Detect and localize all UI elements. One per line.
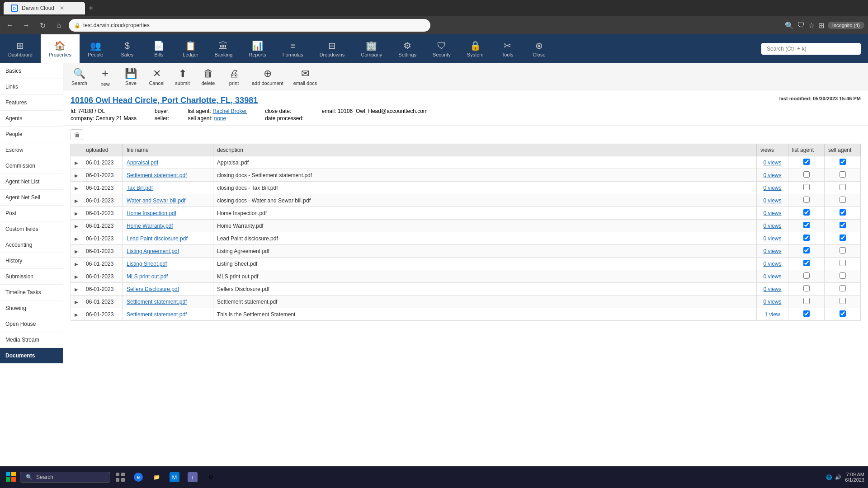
views-link-8[interactable]: 0 views	[763, 261, 781, 267]
reload-button[interactable]: ↻	[36, 19, 49, 32]
views-link-7[interactable]: 0 views	[763, 248, 781, 254]
sell-agent-check-6[interactable]	[840, 235, 846, 241]
cell-sellagent-3[interactable]	[825, 194, 861, 207]
cell-listagent-8[interactable]	[788, 258, 825, 270]
property-title[interactable]: 10106 Owl Head Circle, Port Charlotte, F…	[71, 96, 258, 105]
nav-search-input[interactable]	[761, 43, 861, 55]
cell-sellagent-7[interactable]	[825, 245, 861, 258]
incognito-badge[interactable]: Incognito (4)	[828, 22, 864, 29]
nav-item-dropdowns[interactable]: ⊟ Dropdowns	[311, 34, 353, 63]
shield-icon[interactable]: 🛡	[797, 21, 805, 29]
list-agent-check-1[interactable]	[803, 171, 810, 178]
taskbar-browser-icon[interactable]: e	[130, 469, 146, 485]
row-expand-8[interactable]: ▶	[75, 262, 78, 267]
cell-listagent-3[interactable]	[788, 194, 825, 207]
list-agent-check-10[interactable]	[803, 285, 810, 291]
row-expand-7[interactable]: ▶	[75, 249, 78, 254]
sidebar-item-commission[interactable]: Commission	[0, 158, 63, 174]
row-expand-10[interactable]: ▶	[75, 287, 78, 292]
file-link-2[interactable]: Tax Bill.pdf	[127, 185, 153, 191]
cell-sellagent-0[interactable]	[825, 156, 861, 169]
save-button[interactable]: 💾 Save	[118, 65, 143, 89]
sell-agent-check-3[interactable]	[840, 197, 846, 203]
nav-item-settings[interactable]: ⚙ Settings	[390, 34, 425, 63]
taskbar-app2[interactable]: T	[184, 469, 201, 485]
delete-button[interactable]: 🗑 delete	[196, 65, 221, 89]
sidebar-item-accounting[interactable]: Accounting	[0, 237, 63, 253]
file-link-5[interactable]: Home Warranty.pdf	[127, 223, 173, 229]
views-link-9[interactable]: 0 views	[763, 273, 781, 280]
views-link-2[interactable]: 0 views	[763, 185, 781, 191]
nav-item-properties[interactable]: 🏠 Properties	[41, 34, 80, 63]
row-expand-1[interactable]: ▶	[75, 173, 78, 178]
taskbar-task-view[interactable]	[112, 469, 128, 485]
row-expand-5[interactable]: ▶	[75, 224, 78, 229]
sell-agent-check-1[interactable]	[840, 171, 846, 178]
cell-listagent-0[interactable]	[788, 156, 825, 169]
taskbar-app1[interactable]: M	[166, 469, 183, 485]
sell-agent-link[interactable]: none	[214, 115, 226, 122]
file-link-12[interactable]: Settlement statement.pdf	[127, 311, 187, 318]
sidebar-item-submission[interactable]: Submission	[0, 269, 63, 285]
taskbar-file-explorer[interactable]: 📁	[148, 469, 165, 485]
cell-sellagent-2[interactable]	[825, 182, 861, 194]
nav-item-system[interactable]: 🔒 System	[459, 34, 492, 63]
star-icon[interactable]: ☆	[808, 21, 815, 30]
sidebar-item-open-house[interactable]: Open House	[0, 316, 63, 332]
sell-agent-check-9[interactable]	[840, 272, 846, 279]
list-agent-check-6[interactable]	[803, 235, 810, 241]
sell-agent-check-10[interactable]	[840, 285, 846, 291]
sell-agent-check-12[interactable]	[840, 310, 846, 317]
file-link-1[interactable]: Settlement statement.pdf	[127, 172, 187, 178]
list-agent-check-0[interactable]	[803, 159, 810, 165]
file-link-6[interactable]: Lead Paint disclosure.pdf	[127, 235, 188, 242]
add-document-button[interactable]: ⊕ add document	[247, 65, 288, 89]
nav-item-company[interactable]: 🏢 Company	[353, 34, 390, 63]
sidebar-item-media-stream[interactable]: Media Stream	[0, 332, 63, 348]
nav-item-dashboard[interactable]: ⊞ Dashboard	[0, 34, 41, 63]
sidebar-item-links[interactable]: Links	[0, 79, 63, 95]
cell-listagent-10[interactable]	[788, 283, 825, 296]
list-agent-check-9[interactable]	[803, 272, 810, 279]
file-link-0[interactable]: Appraisal.pdf	[127, 160, 158, 166]
sidebar-item-timeline-tasks[interactable]: Timeline Tasks	[0, 285, 63, 300]
cell-listagent-12[interactable]	[788, 308, 825, 321]
profile-icon[interactable]: ⊞	[818, 21, 824, 30]
views-link-0[interactable]: 0 views	[763, 160, 781, 166]
cell-listagent-2[interactable]	[788, 182, 825, 194]
sidebar-item-documents[interactable]: Documents	[0, 348, 63, 364]
sidebar-item-post[interactable]: Post	[0, 206, 63, 221]
list-agent-check-11[interactable]	[803, 298, 810, 304]
back-button[interactable]: ←	[4, 19, 16, 32]
file-link-10[interactable]: Sellers Disclosure.pdf	[127, 286, 179, 292]
file-link-11[interactable]: Settlement statement.pdf	[127, 299, 187, 305]
list-agent-check-2[interactable]	[803, 184, 810, 190]
nav-item-people[interactable]: 👥 People	[80, 34, 111, 63]
row-expand-9[interactable]: ▶	[75, 274, 78, 279]
browser-tab-active[interactable]: D Darwin Cloud ✕	[4, 2, 85, 14]
sell-agent-check-8[interactable]	[840, 260, 846, 266]
row-expand-4[interactable]: ▶	[75, 211, 78, 216]
sidebar-item-custom-fields[interactable]: Custom fields	[0, 221, 63, 237]
sidebar-item-escrow[interactable]: Escrow	[0, 142, 63, 158]
sidebar-item-people[interactable]: People	[0, 127, 63, 142]
row-expand-0[interactable]: ▶	[75, 160, 78, 165]
file-link-9[interactable]: MLS print out.pdf	[127, 273, 168, 280]
file-link-4[interactable]: Home Inspection.pdf	[127, 210, 176, 216]
taskbar-search[interactable]: 🔍 Search	[20, 472, 110, 483]
nav-item-ledger[interactable]: 📋 Ledger	[175, 34, 206, 63]
nav-item-bills[interactable]: 📄 Bills	[143, 34, 175, 63]
nav-item-reports[interactable]: 📊 Reports	[241, 34, 274, 63]
sell-agent-check-0[interactable]	[840, 159, 846, 165]
views-link-5[interactable]: 0 views	[763, 223, 781, 229]
cell-sellagent-9[interactable]	[825, 270, 861, 283]
new-tab-button[interactable]: +	[89, 4, 94, 13]
views-link-6[interactable]: 0 views	[763, 235, 781, 242]
forward-button[interactable]: →	[20, 19, 33, 32]
sell-agent-check-4[interactable]	[840, 209, 846, 216]
list-agent-check-4[interactable]	[803, 209, 810, 216]
search-button[interactable]: 🔍 Search	[67, 65, 92, 89]
file-link-3[interactable]: Water and Sewar bill.pdf	[127, 197, 185, 204]
nav-item-close[interactable]: ⊗ Close	[524, 34, 555, 63]
start-button[interactable]	[4, 469, 18, 485]
